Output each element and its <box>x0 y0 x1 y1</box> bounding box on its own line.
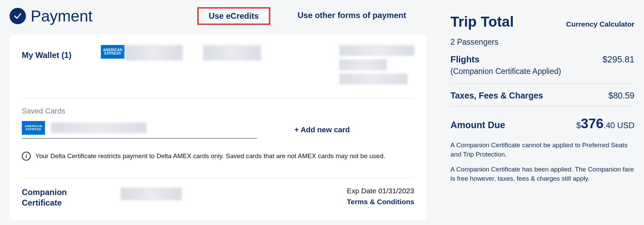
divider <box>22 178 414 178</box>
companion-note-1: A Companion Certificate cannot be applie… <box>450 141 634 159</box>
taxes-label: Taxes, Fees & Charges <box>450 91 543 101</box>
currency-calculator-link[interactable]: Currency Calculator <box>566 20 634 28</box>
page-title: Payment <box>31 7 93 25</box>
amount-due-label: Amount Due <box>450 120 505 131</box>
wallet-row: My Wallet (1) AMERICAN EXPRESS <box>22 45 414 99</box>
companion-label: Companion Certificate <box>22 187 121 208</box>
flights-label: Flights <box>450 54 479 65</box>
flights-price-row: Flights $295.81 <box>450 54 634 65</box>
trip-total-title: Trip Total <box>450 14 514 30</box>
check-circle-icon <box>10 8 26 24</box>
flights-value: $295.81 <box>602 54 634 65</box>
payment-card-panel: My Wallet (1) AMERICAN EXPRESS Saved Car <box>10 35 427 220</box>
trip-total-panel: Trip Total Currency Calculator 2 Passeng… <box>450 7 634 220</box>
use-ecredits-link[interactable]: Use eCredits <box>197 7 271 25</box>
use-other-payment-link[interactable]: Use other forms of payment <box>291 7 413 25</box>
info-notice-text: Your Delta Certificate restricts payment… <box>35 152 385 160</box>
passenger-count: 2 Passengers <box>450 38 634 47</box>
info-icon: i <box>22 152 31 161</box>
payment-header: Payment Use eCredits Use other forms of … <box>10 7 427 25</box>
amount-due-row: Amount Due $376.40 USD <box>450 116 634 131</box>
divider <box>450 106 634 106</box>
redacted-card-info <box>125 45 183 61</box>
redacted-card-info <box>339 45 414 56</box>
companion-certificate-row: Companion Certificate Exp Date 01/31/202… <box>22 187 414 208</box>
terms-conditions-link[interactable]: Terms & Conditions <box>347 198 414 206</box>
amex-card-icon: AMERICAN EXPRESS <box>22 121 45 135</box>
saved-cards-label: Saved Cards <box>22 107 414 116</box>
taxes-value: $80.59 <box>609 91 634 101</box>
companion-exp-date: Exp Date 01/31/2023 <box>347 187 414 195</box>
taxes-row[interactable]: Taxes, Fees & Charges $80.59 <box>450 91 634 101</box>
amount-due-value: $376.40 USD <box>576 116 634 131</box>
companion-note-2: A Companion Certificate has been applied… <box>450 165 634 183</box>
redacted-companion-info <box>121 188 182 200</box>
saved-card-select[interactable]: AMERICAN EXPRESS <box>22 121 257 139</box>
redacted-card-number <box>51 122 147 133</box>
payment-left-column: Payment Use eCredits Use other forms of … <box>10 7 427 220</box>
add-new-card-button[interactable]: + Add new card <box>294 125 350 134</box>
redacted-card-info <box>339 74 408 85</box>
info-notice-row: i Your Delta Certificate restricts payme… <box>22 152 414 161</box>
saved-cards-section: Saved Cards AMERICAN EXPRESS + Add new c… <box>22 107 414 139</box>
divider <box>450 84 634 84</box>
wallet-label: My Wallet (1) <box>22 45 101 60</box>
flights-note: (Companion Certificate Applied) <box>450 67 634 76</box>
redacted-card-info <box>203 45 261 61</box>
redacted-card-info <box>339 59 387 70</box>
amex-card-icon: AMERICAN EXPRESS <box>101 45 125 59</box>
